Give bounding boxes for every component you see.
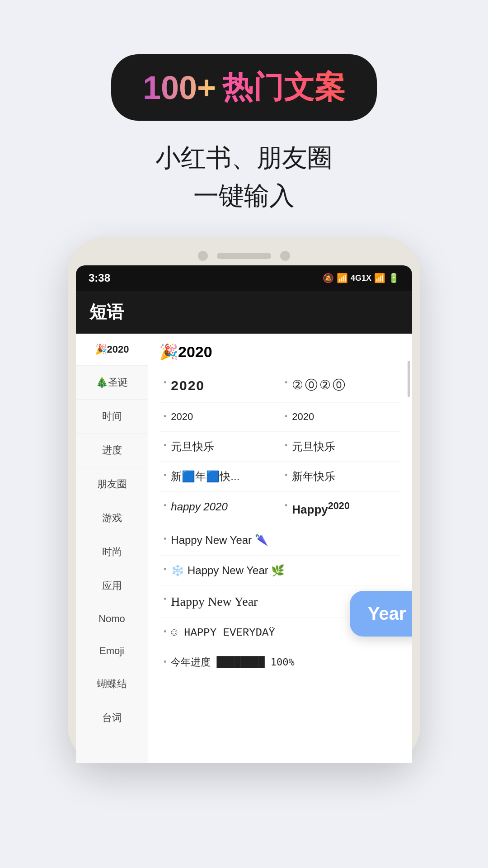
list-item[interactable]: • 新年快乐	[280, 462, 401, 492]
phone-camera2	[280, 251, 290, 261]
speech-bubble: Year Pr	[350, 591, 412, 637]
list-item[interactable]: • 2020	[159, 403, 280, 432]
category-title: 🎉2020	[159, 343, 401, 361]
item-text: ❄️ Happy New Year 🌿	[171, 563, 285, 578]
list-item[interactable]: • 元旦快乐	[280, 432, 401, 462]
bullet-icon: •	[164, 534, 166, 544]
item-text: 新年快乐	[292, 469, 335, 484]
phone-outer: 3:38 🔕 📶 4G1X 📶 🔋 短语 🎉2020 🎄圣诞	[68, 237, 420, 763]
badge-text: 热门文案	[222, 67, 345, 108]
item-text: 元旦快乐	[171, 439, 214, 454]
sidebar-item-nomo[interactable]: Nomo	[76, 603, 148, 635]
sidebar-item-fashion[interactable]: 时尚	[76, 535, 148, 569]
status-bar: 3:38 🔕 📶 4G1X 📶 🔋	[76, 265, 412, 291]
item-text: Happy New Year	[171, 593, 258, 610]
bullet-icon: •	[164, 378, 166, 387]
item-text: 新🟦年🟦快...	[171, 469, 239, 484]
badge-pill: 100+ 热门文案	[111, 54, 377, 121]
item-text: Happy2020	[292, 499, 350, 518]
bullet-icon: •	[164, 627, 166, 637]
item-text: 2020	[171, 410, 193, 424]
scroll-bar[interactable]	[408, 361, 410, 397]
subtitle-line1: 小红书、朋友圈	[155, 143, 333, 172]
list-item[interactable]: • 2020	[159, 369, 280, 403]
battery-icon: 🔋	[388, 273, 399, 283]
list-item[interactable]: • 新🟦年🟦快...	[159, 462, 280, 492]
sidebar-item-friends[interactable]: 朋友圈	[76, 467, 148, 501]
bullet-icon: •	[285, 412, 287, 421]
bubble-text: Year Pr	[368, 604, 412, 623]
item-text: 2020	[292, 410, 314, 424]
bullet-icon: •	[164, 412, 166, 421]
bell-mute-icon: 🔕	[323, 273, 334, 283]
list-item[interactable]: • 元旦快乐	[159, 432, 280, 462]
sidebar-item-progress[interactable]: 进度	[76, 434, 148, 467]
list-item[interactable]: • 今年进度 ████████ 100%	[159, 648, 401, 677]
list-item[interactable]: • ②⓪②⓪	[280, 369, 401, 403]
list-item[interactable]: • ❄️ Happy New Year 🌿	[159, 556, 401, 586]
app-body: 🎉2020 🎄圣诞 时间 进度 朋友圈 游戏 时尚 应用 Nomo Emoji …	[76, 334, 412, 763]
phone-camera	[198, 251, 208, 261]
badge-number: 100+	[143, 69, 216, 106]
subtitle: 小红书、朋友圈 一键输入	[155, 139, 333, 215]
sidebar-item-2020[interactable]: 🎉2020	[76, 334, 148, 366]
bullet-icon: •	[164, 594, 166, 604]
phone-screen: 3:38 🔕 📶 4G1X 📶 🔋 短语 🎉2020 🎄圣诞	[76, 265, 412, 763]
item-text: 2020	[171, 376, 205, 395]
bullet-icon: •	[164, 657, 166, 667]
list-item[interactable]: • Happy New Year 🌂	[159, 525, 401, 556]
top-section: 100+ 热门文案 小红书、朋友圈 一键输入	[111, 0, 377, 215]
main-content: 🎉2020 • 2020 • ②⓪②⓪	[148, 334, 412, 763]
item-text: ☺ HAPPY EVERYDAŸ	[171, 625, 275, 641]
app-header: 短语	[76, 291, 412, 334]
item-text: 今年进度 ████████ 100%	[171, 656, 294, 670]
phone-speaker	[217, 253, 271, 259]
signal-icon: 📶	[374, 273, 385, 283]
list-item[interactable]: • 2020	[280, 403, 401, 432]
bullet-icon: •	[164, 501, 166, 510]
bullet-icon: •	[164, 441, 166, 450]
subtitle-line2: 一键输入	[193, 181, 295, 210]
sidebar-item-bow[interactable]: 蝴蝶结	[76, 667, 148, 701]
sidebar-item-app[interactable]: 应用	[76, 569, 148, 603]
item-text: happy 2020	[171, 499, 227, 514]
list-item[interactable]: • Happy2020	[280, 492, 401, 525]
list-item[interactable]: • happy 2020	[159, 492, 280, 525]
bullet-icon: •	[285, 471, 287, 480]
sidebar-item-game[interactable]: 游戏	[76, 501, 148, 535]
item-text: Happy New Year 🌂	[171, 533, 268, 548]
sidebar-item-emoji[interactable]: Emoji	[76, 635, 148, 667]
bullet-icon: •	[285, 378, 287, 387]
sidebar-item-lines[interactable]: 台词	[76, 701, 148, 735]
bullet-icon: •	[285, 441, 287, 450]
sidebar-item-time[interactable]: 时间	[76, 400, 148, 434]
phone-mockup: 3:38 🔕 📶 4G1X 📶 🔋 短语 🎉2020 🎄圣诞	[59, 237, 429, 763]
bullet-icon: •	[164, 565, 166, 574]
phone-top-bar	[76, 251, 412, 261]
status-icons: 🔕 📶 4G1X 📶 🔋	[323, 273, 399, 283]
sidebar: 🎉2020 🎄圣诞 时间 进度 朋友圈 游戏 时尚 应用 Nomo Emoji …	[76, 334, 148, 763]
bullet-icon: •	[164, 471, 166, 480]
app-title: 短语	[89, 301, 399, 324]
status-time: 3:38	[89, 272, 110, 284]
wifi-icon: 📶	[337, 273, 348, 283]
item-text: 元旦快乐	[292, 439, 335, 454]
sidebar-item-christmas[interactable]: 🎄圣诞	[76, 366, 148, 400]
bullet-icon: •	[285, 501, 287, 510]
4g-label: 4G1X	[351, 274, 371, 283]
item-text: ②⓪②⓪	[292, 376, 347, 394]
